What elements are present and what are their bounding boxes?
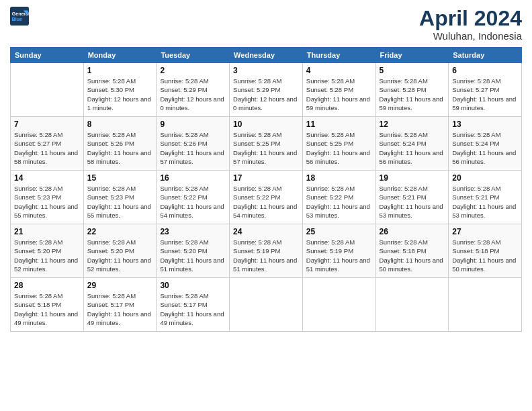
day-info: Sunrise: 5:28 AMSunset: 5:24 PMDaylight:… bbox=[380, 130, 445, 166]
day-info: Sunrise: 5:28 AMSunset: 5:26 PMDaylight:… bbox=[87, 130, 153, 166]
calendar-cell: 21Sunrise: 5:28 AMSunset: 5:20 PMDayligh… bbox=[11, 224, 84, 278]
day-info: Sunrise: 5:28 AMSunset: 5:18 PMDaylight:… bbox=[14, 291, 80, 327]
day-number: 5 bbox=[380, 66, 445, 75]
calendar-cell: 22Sunrise: 5:28 AMSunset: 5:20 PMDayligh… bbox=[83, 224, 157, 278]
week-row-4: 21Sunrise: 5:28 AMSunset: 5:20 PMDayligh… bbox=[11, 224, 522, 278]
calendar-cell: 26Sunrise: 5:28 AMSunset: 5:18 PMDayligh… bbox=[375, 224, 449, 278]
calendar-cell: 19Sunrise: 5:28 AMSunset: 5:21 PMDayligh… bbox=[375, 171, 449, 224]
day-number: 13 bbox=[452, 120, 518, 129]
calendar-cell: 11Sunrise: 5:28 AMSunset: 5:25 PMDayligh… bbox=[302, 117, 375, 171]
calendar-cell: 27Sunrise: 5:28 AMSunset: 5:18 PMDayligh… bbox=[449, 224, 522, 278]
day-info: Sunrise: 5:28 AMSunset: 5:24 PMDaylight:… bbox=[452, 130, 518, 166]
header: General Blue April 2024 Wuluhan, Indones… bbox=[10, 7, 522, 42]
calendar-cell: 29Sunrise: 5:28 AMSunset: 5:17 PMDayligh… bbox=[83, 278, 157, 332]
day-info: Sunrise: 5:28 AMSunset: 5:21 PMDaylight:… bbox=[380, 184, 445, 220]
calendar-cell: 15Sunrise: 5:28 AMSunset: 5:23 PMDayligh… bbox=[83, 171, 157, 224]
day-number: 4 bbox=[306, 66, 372, 75]
calendar-cell: 12Sunrise: 5:28 AMSunset: 5:24 PMDayligh… bbox=[375, 117, 449, 171]
day-number: 1 bbox=[87, 66, 153, 75]
day-info: Sunrise: 5:28 AMSunset: 5:22 PMDaylight:… bbox=[306, 184, 372, 220]
day-number: 22 bbox=[87, 227, 153, 236]
day-number: 27 bbox=[452, 227, 518, 236]
calendar-cell bbox=[230, 278, 303, 332]
day-info: Sunrise: 5:28 AMSunset: 5:29 PMDaylight:… bbox=[233, 77, 299, 112]
day-info: Sunrise: 5:28 AMSunset: 5:27 PMDaylight:… bbox=[14, 130, 80, 166]
day-number: 15 bbox=[87, 173, 153, 183]
calendar-cell: 20Sunrise: 5:28 AMSunset: 5:21 PMDayligh… bbox=[449, 171, 522, 224]
header-saturday: Saturday bbox=[449, 48, 522, 63]
week-row-5: 28Sunrise: 5:28 AMSunset: 5:18 PMDayligh… bbox=[11, 278, 522, 332]
day-number: 19 bbox=[380, 173, 445, 183]
day-number: 29 bbox=[87, 281, 153, 290]
day-number: 14 bbox=[14, 173, 80, 183]
week-row-2: 7Sunrise: 5:28 AMSunset: 5:27 PMDaylight… bbox=[11, 117, 522, 171]
header-thursday: Thursday bbox=[302, 48, 375, 63]
day-number: 9 bbox=[160, 120, 226, 129]
day-number: 17 bbox=[233, 173, 299, 183]
calendar-cell: 16Sunrise: 5:28 AMSunset: 5:22 PMDayligh… bbox=[157, 171, 230, 224]
calendar-cell: 8Sunrise: 5:28 AMSunset: 5:26 PMDaylight… bbox=[83, 117, 157, 171]
weekday-header-row: Sunday Monday Tuesday Wednesday Thursday… bbox=[11, 48, 522, 63]
day-number: 3 bbox=[233, 66, 299, 75]
day-info: Sunrise: 5:28 AMSunset: 5:18 PMDaylight:… bbox=[452, 238, 518, 273]
day-info: Sunrise: 5:28 AMSunset: 5:20 PMDaylight:… bbox=[14, 238, 80, 273]
calendar-cell: 18Sunrise: 5:28 AMSunset: 5:22 PMDayligh… bbox=[302, 171, 375, 224]
day-info: Sunrise: 5:28 AMSunset: 5:19 PMDaylight:… bbox=[306, 238, 372, 273]
day-info: Sunrise: 5:28 AMSunset: 5:26 PMDaylight:… bbox=[160, 130, 226, 166]
day-number: 11 bbox=[306, 120, 372, 129]
day-number: 25 bbox=[306, 227, 372, 236]
day-info: Sunrise: 5:28 AMSunset: 5:22 PMDaylight:… bbox=[160, 184, 226, 220]
calendar-cell: 9Sunrise: 5:28 AMSunset: 5:26 PMDaylight… bbox=[157, 117, 230, 171]
day-number: 21 bbox=[14, 227, 80, 236]
header-friday: Friday bbox=[375, 48, 449, 63]
logo-icon: General Blue bbox=[10, 7, 29, 26]
calendar-cell bbox=[449, 278, 522, 332]
header-wednesday: Wednesday bbox=[230, 48, 303, 63]
calendar-cell: 4Sunrise: 5:28 AMSunset: 5:28 PMDaylight… bbox=[302, 63, 375, 117]
calendar-table: Sunday Monday Tuesday Wednesday Thursday… bbox=[10, 47, 522, 332]
calendar-cell: 2Sunrise: 5:28 AMSunset: 5:29 PMDaylight… bbox=[157, 63, 230, 117]
day-info: Sunrise: 5:28 AMSunset: 5:19 PMDaylight:… bbox=[233, 238, 299, 273]
calendar-cell: 1Sunrise: 5:28 AMSunset: 5:30 PMDaylight… bbox=[83, 63, 157, 117]
logo: General Blue bbox=[10, 7, 29, 26]
day-info: Sunrise: 5:28 AMSunset: 5:25 PMDaylight:… bbox=[306, 130, 372, 166]
day-number: 28 bbox=[14, 281, 80, 290]
day-info: Sunrise: 5:28 AMSunset: 5:23 PMDaylight:… bbox=[14, 184, 80, 220]
day-number: 12 bbox=[380, 120, 445, 129]
day-info: Sunrise: 5:28 AMSunset: 5:30 PMDaylight:… bbox=[87, 77, 153, 112]
day-info: Sunrise: 5:28 AMSunset: 5:23 PMDaylight:… bbox=[87, 184, 153, 220]
calendar-cell: 7Sunrise: 5:28 AMSunset: 5:27 PMDaylight… bbox=[11, 117, 84, 171]
calendar-cell: 30Sunrise: 5:28 AMSunset: 5:17 PMDayligh… bbox=[157, 278, 230, 332]
day-number: 2 bbox=[160, 66, 226, 75]
calendar-cell: 24Sunrise: 5:28 AMSunset: 5:19 PMDayligh… bbox=[230, 224, 303, 278]
day-number: 24 bbox=[233, 227, 299, 236]
week-row-3: 14Sunrise: 5:28 AMSunset: 5:23 PMDayligh… bbox=[11, 171, 522, 224]
day-info: Sunrise: 5:28 AMSunset: 5:25 PMDaylight:… bbox=[233, 130, 299, 166]
calendar-cell: 28Sunrise: 5:28 AMSunset: 5:18 PMDayligh… bbox=[11, 278, 84, 332]
calendar-cell: 13Sunrise: 5:28 AMSunset: 5:24 PMDayligh… bbox=[449, 117, 522, 171]
day-info: Sunrise: 5:28 AMSunset: 5:28 PMDaylight:… bbox=[306, 77, 372, 112]
location: Wuluhan, Indonesia bbox=[419, 30, 522, 42]
day-number: 18 bbox=[306, 173, 372, 183]
day-info: Sunrise: 5:28 AMSunset: 5:18 PMDaylight:… bbox=[380, 238, 445, 273]
month-title: April 2024 bbox=[419, 7, 522, 30]
day-number: 7 bbox=[14, 120, 80, 129]
day-number: 26 bbox=[380, 227, 445, 236]
header-monday: Monday bbox=[83, 48, 157, 63]
title-block: April 2024 Wuluhan, Indonesia bbox=[419, 7, 522, 42]
day-info: Sunrise: 5:28 AMSunset: 5:21 PMDaylight:… bbox=[452, 184, 518, 220]
day-info: Sunrise: 5:28 AMSunset: 5:28 PMDaylight:… bbox=[380, 77, 445, 112]
calendar-cell: 23Sunrise: 5:28 AMSunset: 5:20 PMDayligh… bbox=[157, 224, 230, 278]
calendar-cell: 10Sunrise: 5:28 AMSunset: 5:25 PMDayligh… bbox=[230, 117, 303, 171]
day-number: 30 bbox=[160, 281, 226, 290]
calendar-cell: 5Sunrise: 5:28 AMSunset: 5:28 PMDaylight… bbox=[375, 63, 449, 117]
day-info: Sunrise: 5:28 AMSunset: 5:29 PMDaylight:… bbox=[160, 77, 226, 112]
calendar-cell bbox=[302, 278, 375, 332]
calendar-cell: 25Sunrise: 5:28 AMSunset: 5:19 PMDayligh… bbox=[302, 224, 375, 278]
svg-text:Blue: Blue bbox=[12, 17, 22, 21]
calendar-cell bbox=[375, 278, 449, 332]
day-info: Sunrise: 5:28 AMSunset: 5:20 PMDaylight:… bbox=[160, 238, 226, 273]
svg-rect-0 bbox=[10, 7, 29, 26]
calendar-cell: 3Sunrise: 5:28 AMSunset: 5:29 PMDaylight… bbox=[230, 63, 303, 117]
day-info: Sunrise: 5:28 AMSunset: 5:17 PMDaylight:… bbox=[87, 291, 153, 327]
